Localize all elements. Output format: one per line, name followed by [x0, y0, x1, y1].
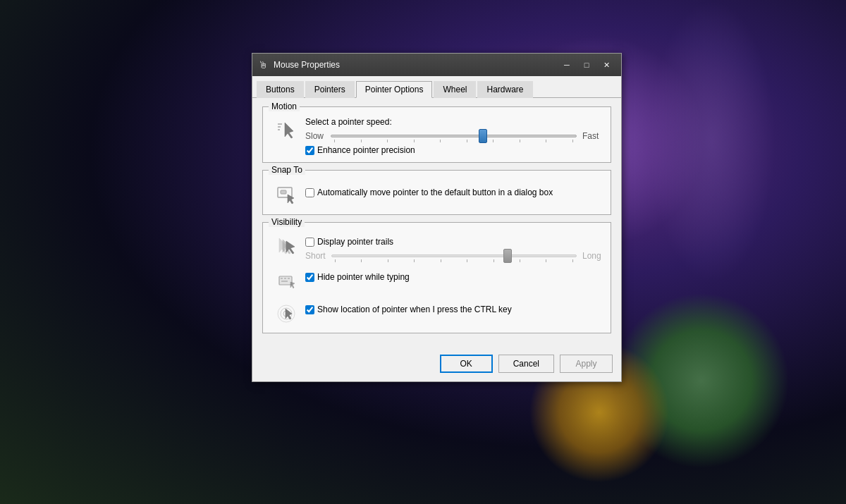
trails-slider-thumb[interactable] [503, 249, 512, 263]
mouse-properties-dialog: 🖱 Mouse Properties ─ □ ✕ Buttons Pointer… [252, 53, 622, 382]
ok-button[interactable]: OK [440, 355, 493, 373]
enhance-precision-label[interactable]: Enhance pointer precision [317, 145, 415, 155]
hide-checkbox-row: Hide pointer while typing [305, 272, 602, 282]
snap-to-controls: Automatically move pointer to the defaul… [305, 180, 602, 197]
show-location-checkbox[interactable] [305, 305, 314, 314]
minimize-button[interactable]: ─ [558, 58, 576, 72]
motion-section: Motion Select a pointer speed: [262, 106, 611, 163]
enhance-precision-row: Enhance pointer precision [305, 145, 602, 155]
snap-icon [271, 180, 300, 207]
tab-wheel[interactable]: Wheel [434, 81, 476, 98]
trails-label[interactable]: Display pointer trails [317, 237, 393, 247]
svg-rect-13 [288, 278, 290, 279]
show-location-inner: Show location of pointer when I press th… [271, 299, 602, 326]
snap-to-checkbox[interactable] [305, 188, 314, 197]
motion-icon [271, 117, 300, 144]
snap-to-section: Snap To Automatically move pointer to th… [262, 170, 611, 215]
hide-checkbox[interactable] [305, 273, 314, 282]
svg-marker-6 [288, 195, 294, 204]
trails-slider-row: Short Long [305, 251, 602, 261]
snap-to-label[interactable]: Automatically move pointer to the defaul… [317, 188, 553, 197]
tab-pointer-options[interactable]: Pointer Options [356, 81, 433, 98]
hide-label[interactable]: Hide pointer while typing [317, 272, 410, 282]
speed-slider-track[interactable] [331, 135, 577, 137]
tab-pointers[interactable]: Pointers [305, 81, 355, 98]
speed-slider-row: Slow Fast [305, 131, 602, 141]
tab-hardware[interactable]: Hardware [477, 81, 532, 98]
slow-label: Slow [305, 131, 325, 141]
svg-rect-11 [281, 278, 283, 279]
visibility-section: Visibility Display pointer trails [262, 222, 611, 333]
fast-label: Fast [582, 131, 602, 141]
dialog-content: Motion Select a pointer speed: [252, 98, 621, 349]
svg-marker-3 [285, 123, 293, 138]
slider-dots [331, 140, 576, 142]
snap-to-inner: Automatically move pointer to the defaul… [271, 180, 602, 207]
trails-slider-track[interactable] [331, 254, 577, 257]
bg-blob-4 [649, 0, 776, 282]
close-button[interactable]: ✕ [597, 58, 615, 72]
tab-buttons[interactable]: Buttons [257, 81, 304, 98]
show-location-controls: Show location of pointer when I press th… [305, 299, 602, 314]
motion-controls: Select a pointer speed: Slow [305, 117, 602, 155]
trails-checkbox-row: Display pointer trails [305, 237, 602, 247]
speed-label: Select a pointer speed: [305, 117, 602, 127]
trails-slider-dots [332, 259, 576, 262]
show-location-checkbox-row: Show location of pointer when I press th… [305, 305, 602, 314]
hide-inner: Hide pointer while typing [271, 266, 602, 293]
motion-section-inner: Select a pointer speed: Slow [271, 117, 602, 155]
snap-checkbox-row: Automatically move pointer to the defaul… [305, 188, 602, 197]
trails-inner: Display pointer trails Short [271, 233, 602, 261]
hide-controls: Hide pointer while typing [305, 266, 602, 282]
dialog-title: Mouse Properties [274, 60, 558, 70]
snap-to-section-label: Snap To [269, 165, 305, 175]
visibility-section-label: Visibility [269, 217, 305, 227]
title-bar: 🖱 Mouse Properties ─ □ ✕ [252, 54, 621, 76]
show-location-icon [271, 299, 300, 326]
trails-icon [271, 233, 300, 259]
svg-rect-14 [281, 281, 288, 282]
cancel-button[interactable]: Cancel [498, 355, 554, 373]
trails-checkbox[interactable] [305, 238, 314, 247]
motion-section-label: Motion [269, 102, 300, 111]
enhance-precision-checkbox[interactable] [305, 146, 314, 155]
trails-controls: Display pointer trails Short [305, 233, 602, 261]
apply-button[interactable]: Apply [560, 355, 613, 373]
svg-marker-15 [290, 282, 295, 288]
speed-slider-thumb[interactable] [479, 129, 487, 143]
title-bar-controls: ─ □ ✕ [558, 58, 615, 72]
hide-icon [271, 266, 300, 293]
svg-rect-12 [284, 278, 286, 279]
maximize-button[interactable]: □ [577, 58, 596, 72]
svg-rect-5 [281, 190, 286, 194]
short-label: Short [305, 251, 326, 261]
show-location-label[interactable]: Show location of pointer when I press th… [317, 305, 512, 314]
tabs-bar: Buttons Pointers Pointer Options Wheel H… [252, 76, 621, 98]
long-label: Long [582, 251, 602, 261]
dialog-icon: 🖱 [258, 59, 269, 70]
dialog-footer: OK Cancel Apply [252, 349, 621, 381]
